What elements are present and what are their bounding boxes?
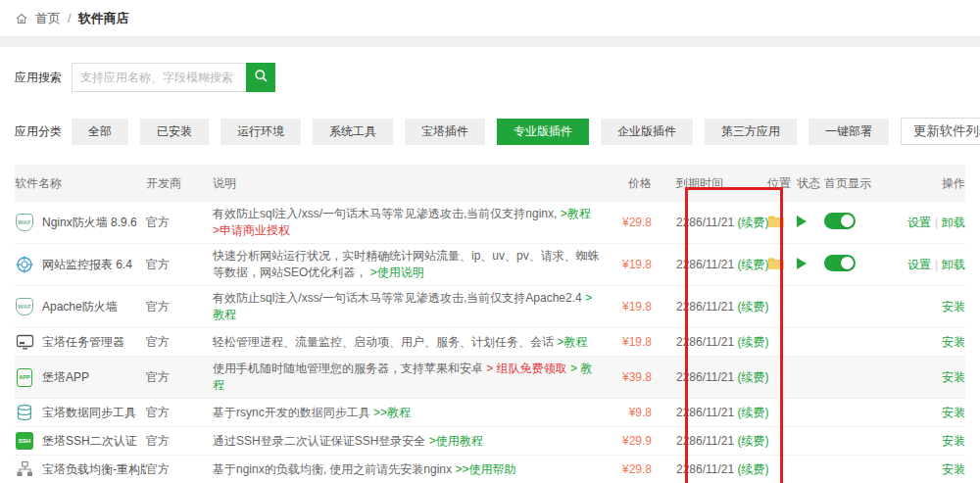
renew-link[interactable]: (续费): [738, 216, 769, 229]
action-cell: 设置|卸载: [875, 244, 965, 286]
description-link[interactable]: >使用教程: [429, 434, 483, 448]
expire-date-cell: 2286/11/21 (续费): [660, 202, 767, 244]
software-name-cell: WAFApache防火墙: [15, 297, 146, 316]
description-text: 基于nginx的负载均衡, 使用之前请先安装nginx: [213, 462, 455, 476]
description: 基于rsync开发的数据同步工具 >>教程: [213, 399, 601, 427]
category-button-4[interactable]: 宝塔插件: [405, 119, 485, 145]
status-running-icon[interactable]: [797, 216, 807, 227]
developer: 官方: [146, 244, 213, 286]
action-cell: 安装: [875, 427, 965, 456]
renew-link[interactable]: (续费): [738, 335, 769, 349]
expire-date-cell: 2286/11/21 (续费): [660, 456, 767, 483]
action-cell: 安装: [875, 357, 965, 399]
table-row: 网站监控报表 6.4官方快速分析网站运行状况，实时精确统计网站流量、ip、uv、…: [15, 244, 965, 286]
expire-date: 2286/11/21: [676, 258, 738, 271]
table-row: APP堡塔APP官方使用手机随时随地管理您的服务器，支持苹果和安卓 > 组队免费…: [15, 357, 965, 399]
software-name: 宝塔数据同步工具: [42, 405, 136, 421]
table-row: 宝塔负载均衡-重构版官方基于nginx的负载均衡, 使用之前请先安装nginx …: [15, 456, 965, 483]
breadcrumb: 首页 / 软件商店: [15, 10, 129, 27]
search-button[interactable]: [246, 63, 275, 92]
category-button-5[interactable]: 专业版插件: [497, 119, 589, 145]
software-name-cell: WAFNginx防火墙 8.9.6: [15, 213, 146, 232]
search-input[interactable]: [72, 63, 246, 92]
price: ¥29.8: [622, 216, 652, 229]
software-store-panel: 应用搜索 应用分类 全部已安装运行环境系统工具宝塔插件专业版插件企业版插件第三方…: [0, 47, 980, 483]
breadcrumb-home[interactable]: 首页: [35, 10, 61, 27]
refresh-software-list-button[interactable]: 更新软件列表: [901, 118, 980, 145]
renew-link[interactable]: (续费): [738, 258, 769, 271]
description-text: 使用手机随时随地管理您的服务器，支持苹果和安卓: [213, 362, 486, 375]
price: ¥19.8: [622, 258, 652, 271]
category-button-2[interactable]: 运行环境: [220, 119, 301, 145]
uninstall-link[interactable]: 卸载: [942, 258, 965, 271]
description: 快速分析网站运行状况，实时精确统计网站流量、ip、uv、pv、请求、蜘蛛等数据，…: [213, 244, 601, 286]
home-icon[interactable]: [15, 12, 28, 25]
ssh-auth-icon: SSH: [15, 431, 34, 451]
category-button-6[interactable]: 企业版插件: [601, 119, 693, 145]
homepage-display-toggle[interactable]: [824, 213, 856, 229]
category-button-0[interactable]: 全部: [72, 119, 128, 145]
price: ¥19.8: [622, 335, 652, 349]
folder-icon[interactable]: [767, 257, 785, 270]
header-location: 位置: [767, 165, 797, 202]
description-link[interactable]: > 组队免费领取: [486, 362, 566, 375]
search-icon: [254, 69, 269, 86]
uninstall-link[interactable]: 卸载: [942, 216, 965, 229]
renew-link[interactable]: (续费): [738, 434, 769, 448]
software-name-cell: 宝塔任务管理器: [15, 332, 146, 352]
install-link[interactable]: 安装: [942, 300, 965, 314]
table-row: WAFApache防火墙官方有效防止sql注入/xss/一句话木马等常见渗透攻击…: [15, 286, 965, 328]
action-cell: 安装: [875, 456, 965, 483]
description: 使用手机随时随地管理您的服务器，支持苹果和安卓 > 组队免费领取 > 教程: [213, 357, 601, 399]
price: ¥19.8: [622, 300, 652, 314]
homepage-display-toggle[interactable]: [824, 255, 856, 271]
software-name-cell: 宝塔负载均衡-重构版: [15, 459, 146, 479]
description: 有效防止sql注入/xss/一句话木马等常见渗透攻击,当前仅支持nginx, >…: [213, 202, 601, 244]
renew-link[interactable]: (续费): [738, 370, 769, 384]
renew-link[interactable]: (续费): [738, 406, 769, 419]
settings-link[interactable]: 设置: [907, 216, 931, 229]
category-button-7[interactable]: 第三方应用: [705, 119, 797, 145]
description-link[interactable]: >教程: [557, 335, 587, 349]
settings-link[interactable]: 设置: [907, 258, 931, 271]
expire-date-cell: 2286/11/21 (续费): [660, 427, 767, 456]
description-link[interactable]: >教程: [561, 207, 591, 220]
install-link[interactable]: 安装: [942, 406, 965, 419]
category-row: 应用分类 全部已安装运行环境系统工具宝塔插件专业版插件企业版插件第三方应用一键部…: [0, 118, 980, 145]
description-text: 通过SSH登录二次认证保证SSH登录安全: [213, 434, 429, 448]
software-name: Nginx防火墙 8.9.6: [42, 215, 137, 231]
description-link[interactable]: >>使用帮助: [455, 462, 515, 476]
software-name: 宝塔负载均衡-重构版: [42, 461, 146, 478]
expire-date-cell: 2286/11/21 (续费): [660, 357, 767, 399]
software-name-cell: 网站监控报表 6.4: [15, 255, 146, 274]
developer: 官方: [146, 456, 213, 483]
install-link[interactable]: 安装: [942, 462, 965, 476]
install-link[interactable]: 安装: [942, 370, 965, 384]
expire-date: 2286/11/21: [676, 216, 738, 229]
developer: 官方: [146, 427, 213, 456]
description-link[interactable]: >申请商业授权: [213, 223, 290, 237]
software-name: 堡塔APP: [42, 369, 89, 386]
install-link[interactable]: 安装: [942, 434, 965, 448]
expire-date: 2286/11/21: [676, 406, 738, 419]
description-text: 有效防止sql注入/xss/一句话木马等常见渗透攻击,当前仅支持nginx,: [213, 207, 561, 220]
breadcrumb-separator: /: [68, 11, 72, 25]
expire-date: 2286/11/21: [676, 335, 738, 349]
search-label: 应用搜索: [15, 70, 72, 86]
table-row: SSH堡塔SSH二次认证官方通过SSH登录二次认证保证SSH登录安全 >使用教程…: [15, 427, 965, 456]
renew-link[interactable]: (续费): [738, 462, 769, 476]
description-link[interactable]: >>教程: [373, 406, 411, 419]
description: 轻松管理进程、流量监控、启动项、用户、服务、计划任务、会话 >教程: [213, 328, 601, 357]
description: 通过SSH登录二次认证保证SSH登录安全 >使用教程: [213, 427, 601, 456]
renew-link[interactable]: (续费): [738, 300, 769, 314]
category-button-1[interactable]: 已安装: [140, 119, 209, 145]
status-running-icon[interactable]: [797, 258, 807, 269]
category-button-3[interactable]: 系统工具: [313, 119, 393, 145]
mobile-app-icon: APP: [15, 367, 34, 387]
folder-icon[interactable]: [767, 215, 785, 228]
install-link[interactable]: 安装: [942, 335, 965, 349]
description-link[interactable]: >使用说明: [370, 266, 424, 279]
category-button-8[interactable]: 一键部署: [808, 119, 889, 145]
description-text: 轻松管理进程、流量监控、启动项、用户、服务、计划任务、会话: [213, 335, 557, 349]
action-cell: 安装: [875, 399, 965, 427]
